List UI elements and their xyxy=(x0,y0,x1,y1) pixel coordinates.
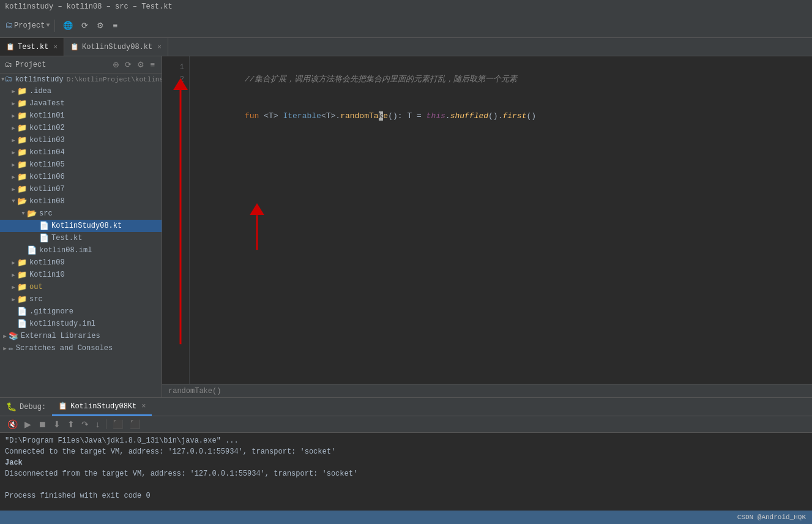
debug-panel: 🐛 Debug: 📋 KotlinStudy08Kt × 🔇 ▶ ⏹ ⬇ ⬆ ↷… xyxy=(0,397,812,511)
debug-sep-1 xyxy=(106,419,106,429)
tree-item-scratches[interactable]: ▶ ✏ Scratches and Consoles xyxy=(0,342,162,354)
tree-item-kotlin07[interactable]: ▶ 📁 kotlin07 xyxy=(0,183,162,195)
tab-close-ks08[interactable]: × xyxy=(157,43,162,51)
debug-btn-vars[interactable]: ⬛ xyxy=(127,418,143,430)
debug-label: 🐛 Debug: xyxy=(0,398,52,416)
tree-item-kotlin04[interactable]: ▶ 📁 kotlin04 xyxy=(0,146,162,159)
toolbar-btn-settings[interactable]: ⚙ xyxy=(94,19,107,32)
folder-icon-idea: 📁 xyxy=(17,86,27,96)
title-text: kotlinstudy – kotlin08 – src – Test.kt xyxy=(5,2,173,11)
folder-icon-kotlin03: 📁 xyxy=(17,135,27,145)
tab-label-test: Test.kt xyxy=(18,43,48,51)
file-icon-testkt: 📄 xyxy=(39,233,49,243)
file-icon-kotlin08iml: 📄 xyxy=(27,245,37,255)
tab-icon-ks08: 📋 xyxy=(70,43,79,51)
tree-item-root[interactable]: ▼ 🗂 kotlinstudy D:\kotlinProject\kotlins… xyxy=(0,73,162,85)
tree-item-kotlinstudyiml[interactable]: 📄 kotlinstudy.iml xyxy=(0,318,162,330)
folder-icon-kotlin09: 📁 xyxy=(17,258,27,268)
sidebar-action-4[interactable]: ≡ xyxy=(148,59,157,70)
debug-btn-stepinto[interactable]: ↓ xyxy=(93,418,102,430)
code-line-1: //集合扩展，调用该方法将会先把集合内里面的元素打乱，随后取第一个元素 xyxy=(197,61,805,98)
folder-icon-src2: 📁 xyxy=(17,294,27,304)
file-icon-kotlinstudyiml: 📄 xyxy=(17,319,27,329)
debug-btn-up[interactable]: ⬆ xyxy=(65,418,77,430)
project-folder-icon: 🗂 xyxy=(5,60,12,69)
debug-btn-down[interactable]: ⬇ xyxy=(51,418,63,430)
debug-btn-mute[interactable]: 🔇 xyxy=(5,418,20,430)
folder-icon-kotlin10: 📁 xyxy=(17,270,27,280)
tree-item-testkt[interactable]: 📄 Test.kt xyxy=(0,232,162,244)
folder-icon-kotlin04: 📁 xyxy=(17,148,27,157)
tree-item-kotlin01[interactable]: ▶ 📁 kotlin01 xyxy=(0,110,162,122)
debug-tab-ks08kt[interactable]: 📋 KotlinStudy08Kt × xyxy=(52,398,152,416)
toolbar: 🗂 Project ▼ 🌐 ⟳ ⚙ ≡ xyxy=(0,13,812,38)
title-bar: kotlinstudy – kotlin08 – src – Test.kt xyxy=(0,0,812,13)
tree-item-src[interactable]: ▼ 📂 src xyxy=(0,208,162,220)
tree-arrow-javatest: ▶ xyxy=(10,100,17,107)
debug-line-4: Disconnected from the target VM, address… xyxy=(5,468,807,479)
tab-label-ks08: KotlinStudy08.kt xyxy=(82,43,152,51)
tree-container[interactable]: ▼ 🗂 kotlinstudy D:\kotlinProject\kotlins… xyxy=(0,73,162,397)
debug-btn-frames[interactable]: ⬛ xyxy=(110,418,125,430)
tree-item-kotlin06[interactable]: ▶ 📁 kotlin06 xyxy=(0,171,162,183)
tree-item-external-libs[interactable]: ▶ 📚 External Libraries xyxy=(0,330,162,342)
watermark: CSDN @Android_HQK xyxy=(737,514,806,521)
sidebar-header: 🗂 Project ⊕ ⟳ ⚙ ≡ xyxy=(0,56,162,73)
status-bar: CSDN @Android_HQK xyxy=(0,511,812,524)
sidebar-action-2[interactable]: ⟳ xyxy=(123,59,133,70)
folder-icon-kotlin02: 📁 xyxy=(17,123,27,133)
code-line-2: fun <T> Iterable<T>.randomTake(): T = th… xyxy=(197,98,805,135)
tab-bar: 📋 Test.kt × 📋 KotlinStudy08.kt × xyxy=(0,38,812,56)
tab-close-test[interactable]: × xyxy=(53,43,58,51)
folder-icon-src: 📂 xyxy=(27,209,37,219)
tree-item-gitignore[interactable]: 📄 .gitignore xyxy=(0,305,162,318)
debug-output: "D:\Program Files\Java\jdk1.8.0_131\bin\… xyxy=(0,433,812,511)
tree-item-kotlin03[interactable]: ▶ 📁 kotlin03 xyxy=(0,134,162,146)
debug-line-2: Connected to the target VM, address: '12… xyxy=(5,446,807,457)
debug-btn-stop[interactable]: ⏹ xyxy=(35,418,49,430)
line-numbers: 1 2 xyxy=(162,56,190,384)
folder-icon-out: 📁 xyxy=(17,282,27,292)
sidebar-title: 🗂 Project xyxy=(5,60,46,69)
debug-btn-resume[interactable]: ▶ xyxy=(22,418,34,430)
tree-item-out[interactable]: ▶ 📁 out xyxy=(0,281,162,293)
debug-line-1: "D:\Program Files\Java\jdk1.8.0_131\bin\… xyxy=(5,435,807,446)
toolbar-btn-sync[interactable]: ⟳ xyxy=(78,19,91,32)
project-label: Project xyxy=(14,21,45,30)
tree-item-src2[interactable]: ▶ 📁 src xyxy=(0,293,162,305)
folder-icon-javatest: 📁 xyxy=(17,99,27,108)
tree-item-javatest[interactable]: ▶ 📁 JavaTest xyxy=(0,97,162,110)
editor-status: randomTake() xyxy=(162,384,812,397)
debug-tab-close[interactable]: × xyxy=(141,402,146,411)
tab-kotlinstudy08[interactable]: 📋 KotlinStudy08.kt × xyxy=(64,38,168,56)
debug-tab-bar: 🐛 Debug: 📋 KotlinStudy08Kt × xyxy=(0,398,812,416)
tab-icon-test: 📋 xyxy=(6,43,15,51)
tree-item-kotlin08[interactable]: ▼ 📂 kotlin08 xyxy=(0,195,162,208)
tab-test-kt[interactable]: 📋 Test.kt × xyxy=(0,38,64,56)
main-content: 🗂 Project ⊕ ⟳ ⚙ ≡ ▼ 🗂 kotlinstudy D:\kot… xyxy=(0,56,812,397)
tree-item-idea[interactable]: ▶ 📁 .idea xyxy=(0,85,162,97)
debug-line-3: Jack xyxy=(5,457,807,468)
editor-content[interactable]: 1 2 //集合扩展，调用该方法将会先把集合内里面的元素打乱，随后取第一个元素 … xyxy=(162,56,812,384)
status-function-name: randomTake() xyxy=(168,387,221,395)
tree-item-kotlin08iml[interactable]: 📄 kotlin08.iml xyxy=(0,244,162,256)
tree-arrow-idea: ▶ xyxy=(10,88,17,95)
file-icon-gitignore: 📄 xyxy=(17,307,27,316)
toolbar-btn-menu[interactable]: ≡ xyxy=(110,19,121,32)
project-button[interactable]: 🗂 Project ▼ xyxy=(5,21,50,30)
debug-line-5 xyxy=(5,479,807,490)
tree-item-kotlin02[interactable]: ▶ 📁 kotlin02 xyxy=(0,122,162,134)
icon-scratches: ✏ xyxy=(9,343,13,353)
tree-item-kotlinstudy08kt[interactable]: 📄 KotlinStudy08.kt xyxy=(0,220,162,232)
tree-item-kotlin10[interactable]: ▶ 📁 Kotlin10 xyxy=(0,269,162,281)
toolbar-btn-globe[interactable]: 🌐 xyxy=(60,19,76,32)
sidebar-actions: ⊕ ⟳ ⚙ ≡ xyxy=(111,59,157,70)
sidebar-action-1[interactable]: ⊕ xyxy=(111,59,121,70)
sidebar-action-3[interactable]: ⚙ xyxy=(135,59,146,70)
tree-item-kotlin05[interactable]: ▶ 📁 kotlin05 xyxy=(0,159,162,171)
folder-icon-kotlin01: 📁 xyxy=(17,111,27,121)
code-area[interactable]: //集合扩展，调用该方法将会先把集合内里面的元素打乱，随后取第一个元素 fun … xyxy=(190,56,812,384)
tree-item-kotlin09[interactable]: ▶ 📁 kotlin09 xyxy=(0,256,162,269)
folder-icon-kotlin06: 📁 xyxy=(17,172,27,182)
debug-btn-stepover[interactable]: ↷ xyxy=(79,418,91,430)
